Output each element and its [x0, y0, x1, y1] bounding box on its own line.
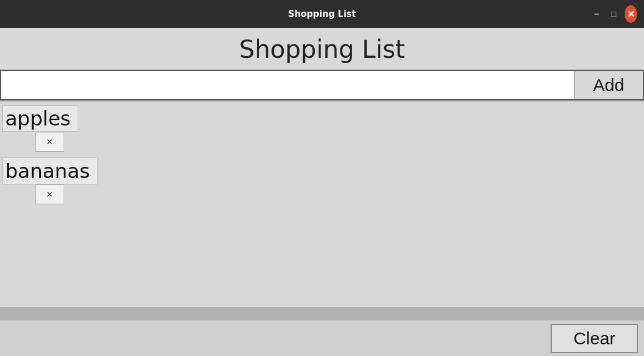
list-item-text: apples: [2, 105, 78, 132]
delete-item-button[interactable]: ×: [35, 184, 64, 204]
list-area: apples × bananas ×: [0, 102, 644, 320]
title-bar: Shopping List − □ ✕: [0, 0, 644, 28]
close-button[interactable]: ✕: [625, 5, 637, 23]
delete-item-button[interactable]: ×: [35, 132, 64, 152]
item-input[interactable]: [0, 70, 574, 100]
add-button[interactable]: Add: [574, 70, 644, 100]
list-item: apples ×: [0, 102, 644, 154]
app-header: Shopping List: [0, 28, 644, 70]
clear-button[interactable]: Clear: [551, 324, 638, 353]
window-title: Shopping List: [54, 9, 590, 19]
footer-bar: Clear: [0, 320, 644, 356]
input-row: Add: [0, 70, 644, 102]
list-item: bananas ×: [0, 154, 644, 207]
app-title: Shopping List: [239, 35, 405, 64]
app-window: Shopping List Add apples × bananas × Cle…: [0, 28, 644, 356]
minimize-button[interactable]: −: [590, 5, 603, 23]
title-bar-controls: − □ ✕: [590, 5, 637, 23]
separator: [0, 307, 644, 320]
maximize-button[interactable]: □: [607, 5, 619, 23]
list-item-text: bananas: [2, 158, 98, 184]
